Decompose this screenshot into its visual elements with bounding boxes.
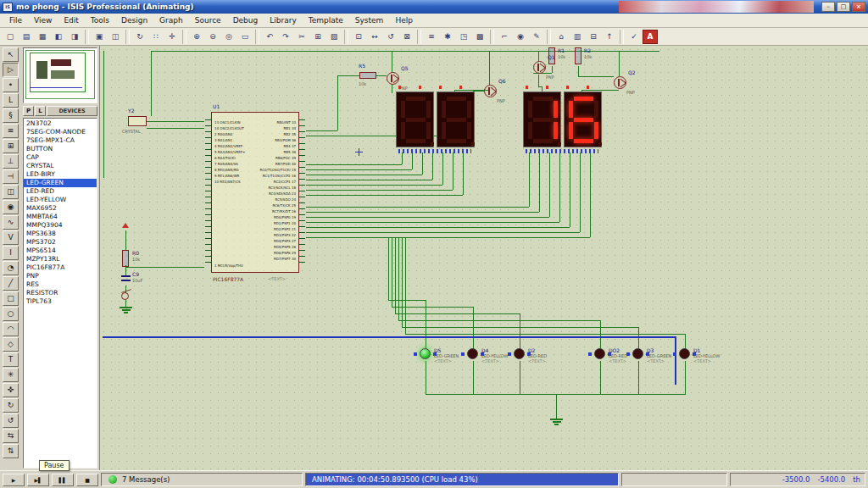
resistor-r2[interactable] [575, 47, 581, 64]
decompose-icon[interactable]: ▩ [472, 30, 487, 44]
y-mirror-icon[interactable]: ⇅ [3, 444, 19, 458]
block-rotate-icon[interactable]: ↺ [383, 30, 398, 44]
device-item[interactable]: 7SEG-COM-ANODE [24, 128, 97, 136]
pick-devices-button[interactable]: P [23, 106, 34, 116]
transistor-q5[interactable]: Q5 PNP [387, 72, 399, 85]
play-button[interactable]: ▶ [3, 474, 25, 486]
device-item[interactable]: 2N3702 [24, 119, 97, 128]
menu-library[interactable]: Library [264, 14, 302, 26]
seven-seg-display-1[interactable] [396, 92, 434, 147]
voltage-probe-mode-icon[interactable]: V [3, 230, 19, 245]
separator[interactable] [85, 30, 89, 44]
mcu-pic16f877a[interactable]: 13 OSC1/CLKIN 14 OSC2/CLKOUT 2 RA0/AN0 3… [211, 112, 299, 273]
menu-system[interactable]: System [349, 14, 390, 26]
generator-mode-icon[interactable]: ∿ [3, 215, 19, 230]
device-item[interactable]: PNP [24, 272, 97, 280]
menu-graph[interactable]: Graph [153, 14, 189, 26]
device-pins-mode-icon[interactable]: ⊣ [3, 169, 19, 184]
block-move-icon[interactable]: ↔ [367, 30, 382, 44]
menu-template[interactable]: Template [303, 14, 349, 26]
mark-output-area-icon[interactable]: ◫ [108, 30, 123, 44]
separator[interactable] [344, 30, 348, 44]
device-item[interactable]: MPS3702 [24, 238, 97, 247]
text-script-mode-icon[interactable]: § [3, 108, 19, 123]
device-item[interactable]: PIC16F877A [24, 263, 97, 272]
device-item[interactable]: LED-RED [24, 187, 97, 196]
device-item[interactable]: CAP [24, 153, 97, 162]
arc-2d-icon[interactable]: ◠ [3, 322, 19, 336]
separator[interactable] [547, 30, 551, 44]
message-panel[interactable]: 7 Message(s) [101, 473, 303, 486]
netlist-to-ares-icon[interactable]: A [643, 30, 658, 44]
separator[interactable] [255, 30, 259, 44]
crystal-y2[interactable] [128, 116, 147, 126]
text-2d-icon[interactable]: T [3, 352, 19, 367]
virtual-instruments-mode-icon[interactable]: ◔ [3, 261, 19, 275]
menu-edit[interactable]: Edit [58, 14, 84, 26]
power-terminal-icon[interactable] [122, 223, 129, 228]
packaging-tool-icon[interactable]: ◳ [456, 30, 471, 44]
device-item[interactable]: LED-GREEN [24, 179, 97, 187]
separator[interactable] [182, 30, 186, 44]
symbols-2d-icon[interactable]: ✳ [3, 368, 19, 382]
zoom-all-icon[interactable]: ◎ [221, 30, 236, 44]
pick-device-icon[interactable]: ≡ [424, 30, 439, 44]
schematic-canvas[interactable]: U1 13 OSC1/CLKIN 14 OSC2/CLKOUT 2 RA0/AN… [99, 46, 868, 470]
resistor-r0[interactable] [122, 250, 129, 267]
path-2d-icon[interactable]: ◇ [3, 337, 19, 352]
menu-design[interactable]: Design [115, 14, 153, 26]
junction-dot-mode-icon[interactable]: • [3, 78, 19, 92]
search-tag-icon[interactable]: ◉ [513, 30, 528, 44]
rotate-ccw-icon[interactable]: ↺ [3, 413, 19, 428]
zoom-in-icon[interactable]: ⊕ [189, 30, 204, 44]
toggle-grid-icon[interactable]: ∷ [148, 30, 164, 44]
step-button[interactable]: ▶▌ [27, 474, 49, 486]
new-sheet-icon[interactable]: ▥ [570, 30, 585, 44]
tape-recorder-mode-icon[interactable]: ◉ [3, 200, 19, 214]
device-item[interactable]: MAX6952 [24, 204, 97, 213]
zoom-out-icon[interactable]: ⊖ [205, 30, 220, 44]
separator[interactable] [620, 30, 624, 44]
seven-seg-display-2[interactable] [437, 92, 475, 147]
circle-2d-icon[interactable]: ○ [3, 307, 19, 321]
overview-window[interactable] [23, 47, 97, 103]
graph-mode-icon[interactable]: ◫ [3, 185, 19, 199]
electrical-rule-check-icon[interactable]: ✓ [626, 30, 642, 44]
current-probe-mode-icon[interactable]: I [3, 246, 19, 260]
device-item[interactable]: RES [24, 280, 97, 289]
device-item[interactable]: TIPL763 [24, 297, 97, 306]
transistor-q6[interactable]: Q6 PNP [484, 85, 497, 97]
menu-source[interactable]: Source [189, 14, 227, 26]
buses-mode-icon[interactable]: ≡ [3, 124, 19, 138]
goto-sheet-icon[interactable]: ↑ [602, 30, 617, 44]
selection-mode-icon[interactable]: ↖ [3, 47, 19, 62]
transistor-q2[interactable]: Q2 PNP [614, 76, 626, 89]
block-copy-icon[interactable]: ⊡ [351, 30, 366, 44]
export-section-icon[interactable]: ◨ [67, 30, 82, 44]
line-2d-icon[interactable]: ╱ [3, 276, 19, 291]
copy-icon[interactable]: ⊞ [310, 30, 326, 44]
devices-list[interactable]: 2N37027SEG-COM-ANODE7SEG-MPX1-CABUTTONCA… [23, 118, 97, 469]
device-item[interactable]: MMBTA64 [24, 213, 97, 221]
resistor-r5[interactable] [359, 72, 376, 79]
import-section-icon[interactable]: ◧ [51, 30, 66, 44]
new-design-icon[interactable]: ▢ [3, 30, 18, 44]
close-button[interactable]: × [852, 2, 865, 12]
zoom-area-icon[interactable]: ▭ [237, 30, 253, 44]
menu-view[interactable]: View [28, 14, 58, 26]
remove-sheet-icon[interactable]: ⊟ [586, 30, 601, 44]
make-device-icon[interactable]: ✱ [440, 30, 455, 44]
paste-icon[interactable]: ▧ [326, 30, 342, 44]
device-item[interactable]: BUTTON [24, 145, 97, 153]
device-item[interactable]: MPS6514 [24, 247, 97, 255]
device-item[interactable]: LED-BIRY [24, 170, 97, 179]
library-manager-button[interactable]: L [35, 106, 46, 116]
wire-autorouter-icon[interactable]: ⌐ [497, 30, 512, 44]
box-2d-icon[interactable]: □ [3, 291, 19, 306]
minimize-button[interactable]: – [821, 2, 835, 12]
subcircuit-mode-icon[interactable]: ⊞ [3, 139, 19, 153]
separator[interactable] [490, 30, 494, 44]
seven-seg-display-4[interactable] [564, 92, 602, 147]
property-assignment-icon[interactable]: ✎ [529, 30, 544, 44]
open-design-icon[interactable]: ▤ [19, 30, 34, 44]
